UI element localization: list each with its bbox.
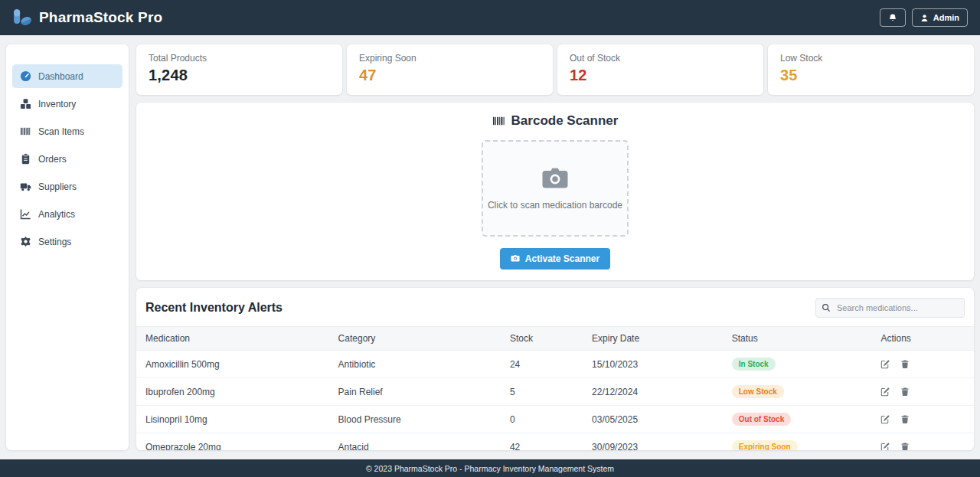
- stat-value: 35: [780, 67, 962, 84]
- medication-cell: Omeprazole 20mg: [136, 433, 329, 451]
- stat-card-out-of-stock: Out of Stock 12: [557, 44, 763, 95]
- edit-icon[interactable]: [880, 442, 890, 450]
- stat-value: 12: [570, 67, 751, 84]
- trash-icon[interactable]: [900, 414, 910, 424]
- stats-row: Total Products 1,248 Expiring Soon 47 Ou…: [136, 44, 974, 95]
- stock-cell: 5: [501, 378, 583, 406]
- column-header-expiry-date: Expiry Date: [583, 327, 723, 351]
- footer-text: © 2023 PharmaStock Pro - Pharmacy Invent…: [366, 464, 614, 473]
- gear-icon: [20, 236, 31, 247]
- expiry-date-cell: 03/05/2025: [583, 406, 723, 433]
- stock-cell: 24: [501, 351, 583, 378]
- sidebar-item-scan-items[interactable]: Scan Items: [12, 119, 122, 143]
- scanner-title-text: Barcode Scanner: [511, 113, 619, 129]
- search-box: [815, 298, 965, 318]
- sidebar-item-inventory[interactable]: Inventory: [12, 92, 122, 116]
- status-cell: Expiring Soon: [723, 433, 872, 451]
- admin-label: Admin: [933, 13, 959, 22]
- sidebar-item-analytics[interactable]: Analytics: [12, 202, 122, 226]
- inventory-alerts-panel: Recent Inventory Alerts Medication Categ…: [136, 288, 974, 450]
- stat-card-expiring-soon: Expiring Soon 47: [347, 44, 553, 95]
- status-badge: Out of Stock: [732, 413, 791, 426]
- edit-icon[interactable]: [880, 359, 890, 369]
- scanner-title: Barcode Scanner: [492, 113, 619, 129]
- stat-card-total-products: Total Products 1,248: [136, 44, 342, 95]
- stat-value: 47: [359, 67, 541, 84]
- column-header-stock: Stock: [501, 327, 583, 351]
- trash-icon[interactable]: [900, 387, 910, 397]
- pills-logo-icon: [12, 8, 32, 27]
- alerts-table: Medication Category Stock Expiry Date St…: [136, 326, 974, 450]
- column-header-actions: Actions: [871, 327, 974, 351]
- boxes-icon: [20, 98, 31, 109]
- sidebar-item-orders[interactable]: Orders: [12, 147, 122, 171]
- footer: © 2023 PharmaStock Pro - Pharmacy Invent…: [0, 459, 980, 477]
- medication-cell: Lisinopril 10mg: [136, 406, 329, 433]
- sidebar-item-label: Scan Items: [38, 126, 84, 137]
- activate-scanner-label: Activate Scanner: [525, 253, 599, 264]
- sidebar-item-label: Analytics: [38, 209, 75, 220]
- scan-dropzone[interactable]: Click to scan medication barcode: [482, 140, 629, 237]
- notifications-button[interactable]: [880, 8, 906, 27]
- bell-icon: [888, 13, 897, 23]
- user-icon: [920, 14, 929, 22]
- status-cell: Low Stock: [723, 378, 872, 406]
- edit-icon[interactable]: [880, 414, 890, 424]
- trash-icon[interactable]: [900, 442, 910, 450]
- barcode-icon: [20, 126, 31, 137]
- camera-icon: [511, 253, 520, 264]
- category-cell: Blood Pressure: [329, 406, 501, 433]
- stat-label: Expiring Soon: [359, 53, 541, 64]
- search-input[interactable]: [815, 298, 965, 318]
- table-header-row: Medication Category Stock Expiry Date St…: [136, 327, 974, 351]
- tachometer-icon: [20, 70, 31, 82]
- truck-icon: [20, 181, 31, 192]
- column-header-status: Status: [723, 327, 872, 351]
- status-cell: In Stock: [723, 351, 872, 378]
- expiry-date-cell: 30/09/2023: [583, 433, 723, 451]
- stat-value: 1,248: [149, 67, 330, 84]
- brand-name: PharmaStock Pro: [39, 9, 162, 26]
- expiry-date-cell: 22/12/2024: [583, 378, 723, 406]
- sidebar-item-settings[interactable]: Settings: [12, 230, 122, 253]
- category-cell: Pain Relief: [329, 378, 501, 406]
- chart-line-icon: [20, 208, 31, 220]
- table-row: Amoxicillin 500mgAntibiotic2415/10/2023I…: [136, 351, 974, 378]
- stock-cell: 0: [501, 406, 583, 433]
- barcode-scanner-panel: Barcode Scanner Click to scan medication…: [136, 103, 974, 280]
- status-cell: Out of Stock: [723, 406, 872, 433]
- table-row: Omeprazole 20mgAntacid4230/09/2023Expiri…: [136, 433, 974, 451]
- sidebar-item-label: Settings: [38, 237, 71, 247]
- brand: PharmaStock Pro: [12, 8, 162, 27]
- camera-icon: [541, 166, 569, 192]
- table-row: Lisinopril 10mgBlood Pressure003/05/2025…: [136, 406, 974, 433]
- alerts-title: Recent Inventory Alerts: [145, 301, 283, 315]
- category-cell: Antibiotic: [329, 351, 501, 378]
- sidebar-item-label: Orders: [38, 154, 67, 165]
- stat-label: Out of Stock: [570, 53, 751, 64]
- barcode-icon: [492, 115, 505, 127]
- sidebar-item-label: Inventory: [38, 99, 76, 109]
- sidebar-item-suppliers[interactable]: Suppliers: [12, 175, 122, 198]
- search-icon: [822, 303, 831, 312]
- dropzone-text: Click to scan medication barcode: [488, 200, 622, 211]
- table-row: Ibuprofen 200mgPain Relief522/12/2024Low…: [136, 378, 974, 406]
- expiry-date-cell: 15/10/2023: [583, 351, 723, 378]
- status-badge: Expiring Soon: [732, 440, 798, 450]
- clipboard-icon: [20, 153, 31, 165]
- stat-label: Low Stock: [780, 53, 962, 64]
- status-badge: Low Stock: [732, 385, 784, 398]
- stat-label: Total Products: [149, 53, 330, 64]
- category-cell: Antacid: [329, 433, 501, 451]
- medication-cell: Amoxicillin 500mg: [136, 351, 329, 378]
- sidebar-item-label: Dashboard: [38, 71, 83, 82]
- activate-scanner-button[interactable]: Activate Scanner: [500, 248, 610, 270]
- medication-cell: Ibuprofen 200mg: [136, 378, 329, 406]
- column-header-medication: Medication: [136, 327, 329, 351]
- edit-icon[interactable]: [880, 387, 890, 397]
- sidebar-item-dashboard[interactable]: Dashboard: [12, 64, 122, 88]
- admin-button[interactable]: Admin: [912, 8, 968, 27]
- status-badge: In Stock: [732, 358, 776, 371]
- trash-icon[interactable]: [900, 359, 910, 369]
- column-header-category: Category: [329, 327, 501, 351]
